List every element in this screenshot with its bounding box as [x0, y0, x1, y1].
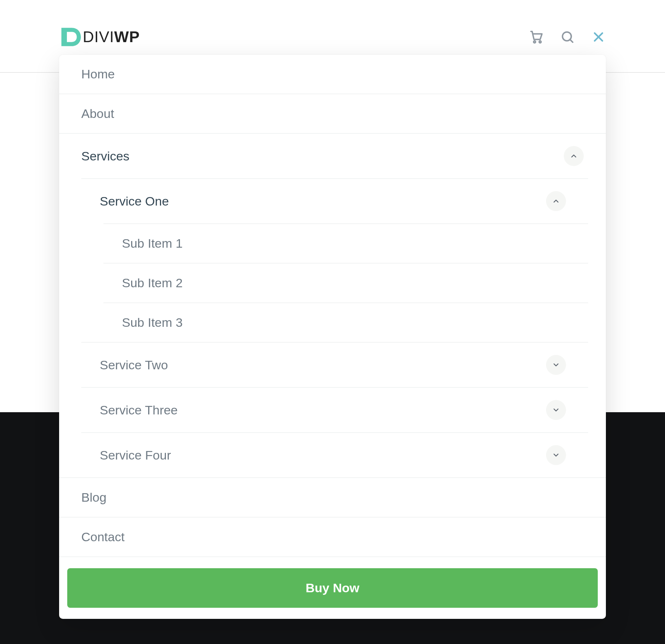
logo-mark-icon	[59, 26, 82, 48]
chevron-down-icon[interactable]	[546, 445, 566, 465]
nav-item-label: Service One	[100, 194, 169, 209]
nav-item-sub-1[interactable]: Sub Item 1	[103, 223, 588, 263]
svg-point-1	[539, 41, 541, 43]
chevron-down-icon[interactable]	[546, 355, 566, 375]
nav-item-label: Service Three	[100, 403, 178, 417]
nav-item-sub-3[interactable]: Sub Item 3	[103, 302, 588, 342]
mobile-nav-panel: Home About Services S	[59, 55, 606, 619]
nav-item-label: Sub Item 3	[122, 315, 183, 330]
cart-icon[interactable]	[529, 30, 544, 44]
chevron-down-icon[interactable]	[546, 400, 566, 420]
nav-sublist-service-one: Sub Item 1 Sub Item 2 Sub Item 3	[103, 223, 588, 342]
nav-item-blog[interactable]: Blog	[59, 477, 606, 517]
chevron-up-icon[interactable]	[546, 191, 566, 211]
nav-list: Home About Services S	[59, 55, 606, 608]
logo[interactable]: DIVIWP	[59, 26, 140, 48]
header-icons	[529, 30, 606, 44]
nav-item-label: Services	[81, 149, 129, 163]
chevron-up-icon[interactable]	[564, 146, 584, 166]
nav-item-label: Service Four	[100, 448, 171, 462]
nav-item-label: Contact	[81, 530, 125, 544]
nav-item-about[interactable]: About	[59, 94, 606, 133]
buy-now-button[interactable]: Buy Now	[67, 568, 598, 608]
nav-item-label: About	[81, 106, 114, 121]
nav-item-home[interactable]: Home	[59, 55, 606, 94]
svg-point-0	[533, 41, 535, 43]
svg-line-3	[570, 40, 573, 42]
nav-item-service-four[interactable]: Service Four	[81, 432, 588, 477]
nav-item-services: Services Service One	[59, 133, 606, 477]
logo-text: DIVIWP	[83, 28, 140, 46]
nav-item-sub-2[interactable]: Sub Item 2	[103, 263, 588, 302]
nav-item-label: Blog	[81, 490, 106, 505]
search-icon[interactable]	[560, 30, 575, 44]
site-header: DIVIWP	[59, 15, 606, 59]
nav-item-services-row[interactable]: Services	[59, 134, 606, 178]
close-icon[interactable]	[591, 30, 606, 44]
nav-item-service-one: Service One Sub Item 1	[81, 178, 588, 342]
nav-item-service-three[interactable]: Service Three	[81, 387, 588, 432]
nav-item-label: Home	[81, 67, 115, 81]
nav-item-contact[interactable]: Contact	[59, 517, 606, 556]
nav-item-service-one-row[interactable]: Service One	[81, 179, 588, 223]
nav-item-label: Sub Item 2	[122, 276, 183, 290]
nav-item-label: Service Two	[100, 358, 168, 372]
nav-sublist-services: Service One Sub Item 1	[81, 178, 588, 477]
nav-item-label: Sub Item 1	[122, 236, 183, 251]
nav-item-service-two[interactable]: Service Two	[81, 342, 588, 387]
nav-item-cta: Buy Now	[59, 556, 606, 608]
